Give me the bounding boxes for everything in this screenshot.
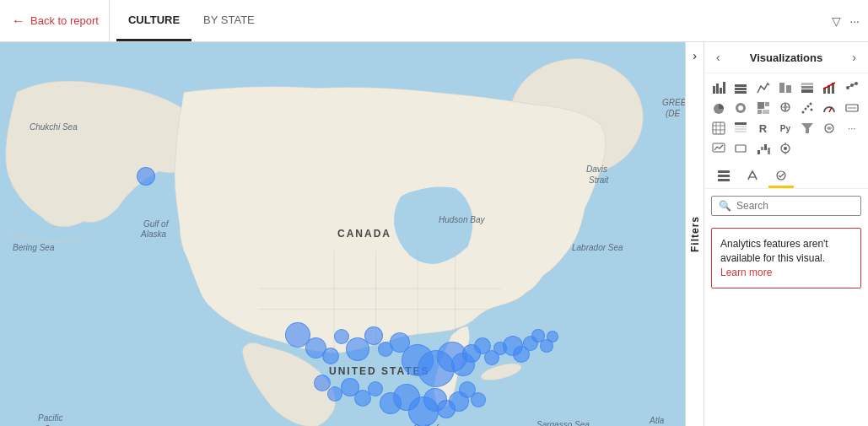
map-svg	[0, 42, 685, 426]
viz-icon-column[interactable]	[731, 78, 750, 97]
viz-icon-bar[interactable]	[709, 78, 728, 97]
svg-point-23	[738, 105, 743, 111]
back-button[interactable]: ← Back to report	[8, 0, 110, 41]
viz-icon-card[interactable]	[843, 99, 861, 117]
svg-point-63	[777, 171, 785, 180]
bubble-alaska	[137, 167, 155, 186]
svg-rect-13	[801, 86, 813, 89]
viz-tab-fields[interactable]	[711, 164, 736, 188]
svg-rect-6	[723, 82, 725, 94]
svg-rect-8	[735, 88, 747, 90]
analytics-text: Analytics features aren't available for …	[720, 238, 828, 264]
search-input[interactable]	[736, 200, 854, 212]
svg-rect-38	[713, 122, 725, 134]
svg-point-33	[810, 103, 812, 105]
svg-rect-25	[765, 102, 769, 106]
svg-rect-12	[801, 89, 813, 93]
svg-rect-54	[768, 148, 770, 154]
header-icons: ▽ ···	[832, 14, 860, 28]
svg-point-31	[805, 108, 807, 111]
viz-icon-treemap[interactable]	[754, 99, 773, 117]
svg-rect-14	[801, 83, 813, 85]
viz-icon-map[interactable]	[776, 99, 795, 117]
viz-icon-matrix[interactable]	[709, 119, 728, 138]
viz-panel: ‹ Visualizations › R Py	[704, 42, 868, 426]
svg-rect-26	[757, 110, 762, 114]
svg-point-30	[802, 111, 805, 114]
bubble-l13	[471, 392, 486, 407]
tabs: CULTURE BY STATE	[116, 0, 267, 41]
tab-culture[interactable]: CULTURE	[116, 0, 191, 41]
viz-icon-donut[interactable]	[731, 99, 750, 117]
svg-rect-60	[718, 175, 730, 177]
bubble-6	[364, 326, 383, 345]
viz-tabs	[704, 159, 868, 189]
viz-icon-kpi[interactable]	[709, 139, 728, 158]
viz-header: ‹ Visualizations ›	[704, 42, 868, 73]
bubble-4	[334, 329, 349, 344]
viz-next-button[interactable]: ›	[849, 49, 860, 66]
viz-icon-line[interactable]	[754, 78, 773, 97]
viz-icon-r[interactable]: R	[754, 119, 773, 138]
tab-by-state[interactable]: BY STATE	[191, 0, 267, 41]
search-box[interactable]: 🔍	[711, 196, 861, 216]
viz-title: Visualizations	[750, 51, 822, 64]
svg-rect-45	[735, 128, 747, 130]
viz-tab-format[interactable]	[740, 164, 765, 188]
svg-marker-47	[801, 123, 813, 133]
viz-icon-dots[interactable]: ···	[843, 119, 861, 138]
analytics-message: Analytics features aren't available for …	[711, 228, 861, 288]
viz-icon-pie[interactable]	[709, 99, 728, 117]
bubble-3	[322, 348, 339, 364]
main: Chukchi Sea Bering Sea Pacific Ocean Gul…	[0, 42, 868, 426]
svg-point-56	[784, 147, 787, 150]
viz-icon-shape[interactable]	[731, 139, 750, 158]
svg-rect-52	[761, 147, 763, 150]
svg-rect-3	[713, 86, 715, 94]
viz-icon-table[interactable]	[731, 119, 750, 138]
svg-rect-4	[716, 84, 719, 94]
svg-rect-53	[764, 144, 767, 150]
svg-rect-27	[763, 110, 769, 114]
viz-icon-custom[interactable]	[776, 139, 795, 158]
svg-rect-44	[735, 126, 747, 127]
learn-more-link[interactable]: Learn more	[720, 267, 772, 278]
svg-rect-50	[736, 145, 746, 152]
viz-icon-combo[interactable]	[820, 78, 838, 97]
viz-icon-stacked[interactable]	[798, 78, 817, 97]
filter-icon[interactable]: ▽	[832, 14, 841, 28]
svg-rect-5	[720, 88, 722, 94]
bubble-l5	[368, 381, 383, 396]
back-arrow-icon: ←	[12, 13, 25, 29]
svg-rect-51	[757, 150, 760, 154]
svg-rect-7	[735, 84, 747, 87]
svg-point-32	[807, 105, 810, 108]
header: ← Back to report CULTURE BY STATE ▽ ···	[0, 0, 868, 42]
viz-icon-more1[interactable]	[843, 78, 861, 97]
filters-arrow-icon: ›	[693, 49, 697, 62]
svg-rect-10	[779, 83, 784, 93]
svg-point-34	[811, 109, 813, 111]
viz-icon-gauge[interactable]	[820, 99, 838, 117]
search-icon: 🔍	[719, 200, 731, 212]
viz-icon-py[interactable]: Py	[776, 119, 795, 138]
viz-icon-funnel[interactable]	[798, 119, 817, 138]
more-options-icon[interactable]: ···	[849, 14, 860, 28]
svg-rect-11	[786, 85, 791, 93]
viz-icon-scatter[interactable]	[798, 99, 817, 117]
svg-rect-24	[757, 102, 764, 109]
svg-rect-43	[735, 122, 747, 125]
viz-tab-analytics[interactable]	[768, 164, 794, 188]
back-label: Back to report	[30, 14, 99, 27]
svg-rect-61	[718, 179, 730, 181]
viz-icon-area[interactable]	[776, 78, 795, 97]
viz-icon-waterfall[interactable]	[754, 139, 773, 158]
svg-rect-59	[718, 170, 730, 173]
svg-rect-9	[735, 91, 747, 94]
filters-label: Filters	[689, 216, 701, 252]
svg-rect-46	[735, 131, 747, 132]
filters-panel[interactable]: › Filters	[685, 42, 704, 426]
bubble-22	[547, 331, 558, 342]
viz-icon-ai[interactable]	[820, 119, 838, 138]
viz-prev-button[interactable]: ‹	[713, 49, 724, 66]
